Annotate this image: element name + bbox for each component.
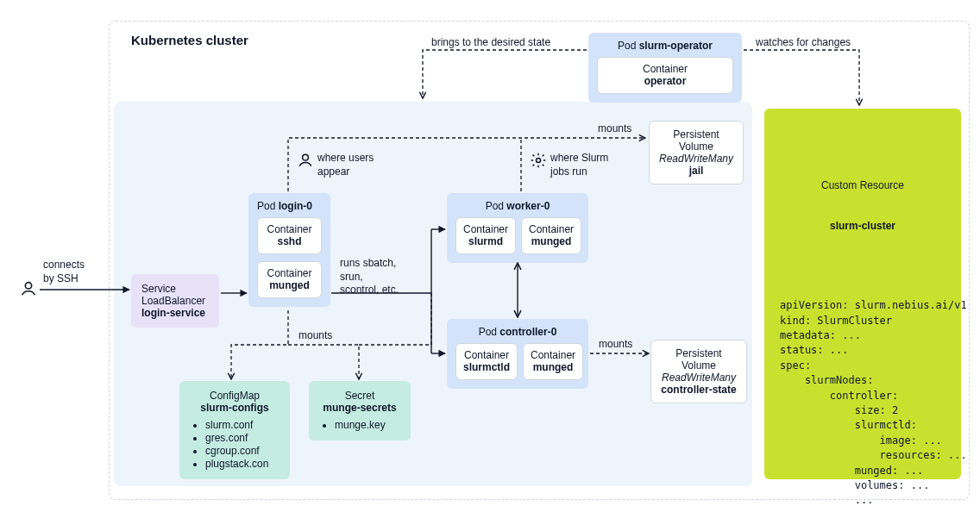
container-slurmd: Container slurmd: [455, 217, 516, 254]
pod-type: Pod: [618, 40, 636, 52]
container-munged-worker: Container munged: [521, 217, 581, 254]
service-login: Service LoadBalancer login-service: [131, 274, 219, 328]
pod-type: Pod: [479, 326, 497, 338]
cr-name: slurm-cluster: [780, 220, 945, 234]
pod-name: login-0: [279, 200, 312, 212]
label-mounts-ctrl: mounts: [599, 338, 632, 352]
pv-controller-state: Persistent Volume ReadWriteMany controll…: [650, 340, 747, 403]
secret-type: Secret: [319, 390, 400, 402]
svg-point-2: [537, 159, 541, 163]
secret-munge: Secret munge-secrets munge.key: [309, 381, 411, 440]
users-icon: [297, 152, 314, 172]
pod-type: Pod: [486, 200, 504, 212]
custom-resource-slurm-cluster: Custom Resource slurm-cluster apiVersion…: [764, 109, 961, 479]
pod-name: slurm-operator: [639, 40, 713, 52]
container-munged-login: Container munged: [257, 261, 322, 298]
cm-name: slurm-configs: [190, 402, 280, 414]
label-connects-ssh: connects by SSH: [43, 259, 85, 285]
container-munged-ctrl: Container munged: [523, 343, 583, 380]
label-runs-cmds: runs sbatch, srun, scontrol, etc.: [340, 257, 399, 297]
pod-name: controller-0: [499, 326, 556, 338]
user-icon: [19, 279, 38, 301]
secret-items: munge.key: [319, 419, 400, 431]
configmap-slurm-configs: ConfigMap slurm-configs slurm.conf gres.…: [179, 381, 290, 479]
container-sshd: Container sshd: [257, 217, 322, 254]
service-name: login-service: [141, 307, 209, 319]
pv-line1: Persistent Volume: [660, 347, 738, 372]
pod-controller-0: Pod controller-0 Container slurmctld Con…: [447, 319, 588, 389]
label-watches: watches for changes: [756, 36, 851, 50]
label-where-users: where users appear: [317, 152, 374, 178]
svg-point-1: [303, 154, 309, 160]
cr-yaml: apiVersion: slurm.nebius.ai/v1 kind: Slu…: [780, 298, 945, 506]
pod-slurm-operator: Pod slurm-operator Container operator: [588, 33, 742, 103]
pv-line2: ReadWriteMany: [658, 153, 734, 165]
pod-name: worker-0: [506, 200, 550, 212]
service-type: Service: [141, 283, 209, 295]
label-mounts-top: mounts: [598, 122, 631, 136]
cm-type: ConfigMap: [190, 390, 280, 402]
cluster-title: Kubernetes cluster: [131, 33, 248, 47]
label-where-jobs: where Slurm jobs run: [550, 152, 608, 178]
pod-login-0: Pod login-0 Container sshd Container mun…: [248, 193, 330, 307]
pod-type: Pod: [257, 200, 275, 212]
label-brings-state: brings to the desired state: [431, 36, 550, 50]
container-slurmctld: Container slurmctld: [455, 343, 518, 380]
container-operator: Container operator: [597, 57, 733, 94]
pv-line1: Persistent Volume: [658, 128, 734, 153]
cm-items: slurm.conf gres.conf cgroup.conf plugsta…: [190, 419, 280, 470]
secret-name: munge-secrets: [319, 402, 400, 414]
pod-worker-0: Pod worker-0 Container slurmd Container …: [447, 193, 588, 263]
pv-jail: Persistent Volume ReadWriteMany jail: [649, 121, 744, 184]
cr-type: Custom Resource: [780, 179, 945, 193]
svg-point-0: [25, 283, 31, 289]
service-kind: LoadBalancer: [141, 295, 209, 307]
label-mounts-left: mounts: [298, 329, 332, 343]
pv-line2: ReadWriteMany: [660, 372, 738, 384]
pv-name: controller-state: [660, 384, 738, 396]
gear-icon: [530, 152, 547, 172]
pv-name: jail: [658, 165, 734, 177]
